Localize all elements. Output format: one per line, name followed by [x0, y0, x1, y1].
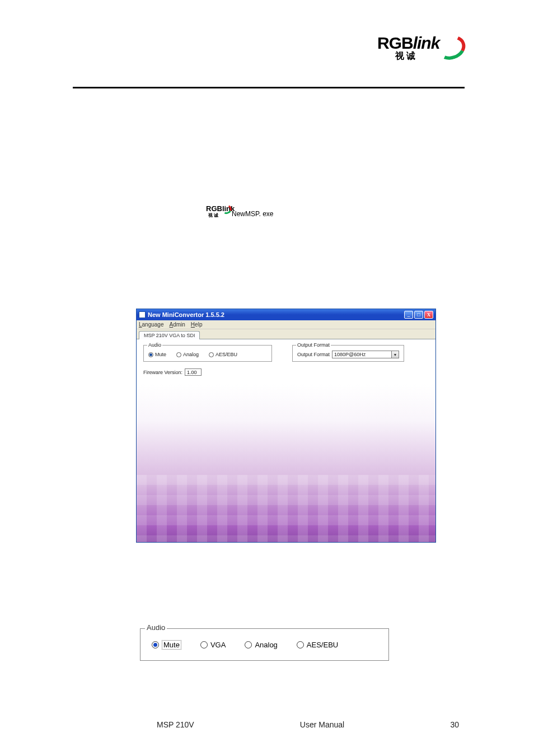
radio-mute[interactable]: Mute — [148, 352, 166, 357]
radio-icon — [176, 352, 181, 357]
brand-cn: 视 诚 — [395, 50, 415, 62]
footer-page-number: 30 — [450, 720, 465, 729]
radio-analog-label: Analog — [183, 352, 199, 357]
output-format-groupbox: Output Format Output Format 1080P@60Hz ▼ — [292, 345, 404, 362]
page-footer: MSP 210V User Manual 30 — [73, 720, 465, 729]
brand-text-left: RGB — [377, 34, 413, 53]
audio-zoom-row: Mute VGA Analog AES/EBU — [140, 629, 388, 660]
footer-model: MSP 210V — [73, 720, 194, 729]
document-page: RGBlink 视 诚 RGBlink 视 诚 NewMSP. exe New … — [0, 0, 534, 756]
zoom-radio-analog[interactable]: Analog — [245, 641, 277, 649]
radio-aesebu[interactable]: AES/EBU — [209, 352, 237, 357]
titlebar: New MiniConvertor 1.5.5.2 _ □ X — [137, 309, 435, 320]
output-format-label: Output Format — [297, 352, 330, 357]
menu-language[interactable]: Language — [139, 321, 164, 328]
exe-filename: NewMSP. exe — [232, 210, 273, 218]
exe-logo-icon: RGBlink 视 诚 — [206, 204, 228, 223]
radio-icon — [148, 352, 153, 357]
app-body: Audio Mute Analog AES/EBU Output Format … — [137, 339, 435, 542]
exe-file-icon-row: RGBlink 视 诚 NewMSP. exe — [206, 204, 273, 223]
menu-help[interactable]: Help — [191, 321, 203, 328]
footer-doc-title: User Manual — [300, 720, 344, 729]
zoom-vga-label: VGA — [210, 641, 226, 649]
output-format-combo[interactable]: 1080P@60Hz ▼ — [332, 351, 399, 358]
audio-groupbox: Audio Mute Analog AES/EBU — [143, 345, 272, 362]
firmware-version-row: Fireware Version: 1.00 — [143, 368, 202, 376]
radio-icon — [200, 641, 208, 648]
audio-zoom-legend: Audio — [145, 623, 167, 632]
tab-msp210v[interactable]: MSP 210V VGA to SDI — [139, 331, 200, 339]
radio-mute-label: Mute — [155, 352, 166, 357]
audio-legend: Audio — [147, 342, 162, 348]
zoom-radio-mute[interactable]: Mute — [152, 640, 181, 650]
firmware-value: 1.00 — [187, 370, 197, 375]
header-divider — [73, 87, 465, 88]
chevron-down-icon: ▼ — [391, 351, 399, 358]
radio-aesebu-label: AES/EBU — [216, 352, 237, 357]
zoom-aesebu-label: AES/EBU — [307, 641, 338, 649]
close-button[interactable]: X — [424, 311, 433, 319]
window-title: New MiniConvertor 1.5.5.2 — [148, 311, 402, 318]
mini-brand-cn: 视 诚 — [208, 212, 218, 218]
radio-icon — [245, 641, 252, 648]
brand-logo: RGBlink 视 诚 — [377, 34, 461, 64]
mini-brand-left: RGB — [206, 204, 222, 213]
output-legend: Output Format — [296, 342, 331, 348]
app-window: New MiniConvertor 1.5.5.2 _ □ X Language… — [136, 309, 436, 543]
window-buttons: _ □ X — [404, 311, 433, 319]
minimize-button[interactable]: _ — [404, 311, 413, 319]
audio-groupbox-zoom: Audio Mute VGA Analog AES/EBU — [140, 628, 389, 661]
menu-admin[interactable]: Admin — [170, 321, 185, 328]
zoom-radio-aesebu[interactable]: AES/EBU — [297, 641, 338, 649]
radio-analog[interactable]: Analog — [176, 352, 199, 357]
radio-icon — [297, 641, 304, 648]
maximize-button[interactable]: □ — [414, 311, 423, 319]
radio-icon — [152, 641, 159, 648]
tab-strip: MSP 210V VGA to SDI — [137, 329, 435, 339]
radio-icon — [209, 352, 214, 357]
menubar: Language Admin Help — [137, 320, 435, 329]
output-format-value: 1080P@60Hz — [334, 352, 366, 357]
firmware-label: Fireware Version: — [143, 370, 182, 375]
zoom-mute-label: Mute — [162, 640, 181, 650]
brand-text-right: link — [413, 34, 440, 53]
firmware-value-box: 1.00 — [185, 368, 202, 376]
zoom-analog-label: Analog — [255, 641, 277, 649]
zoom-radio-vga[interactable]: VGA — [200, 641, 226, 649]
app-icon — [139, 311, 146, 318]
